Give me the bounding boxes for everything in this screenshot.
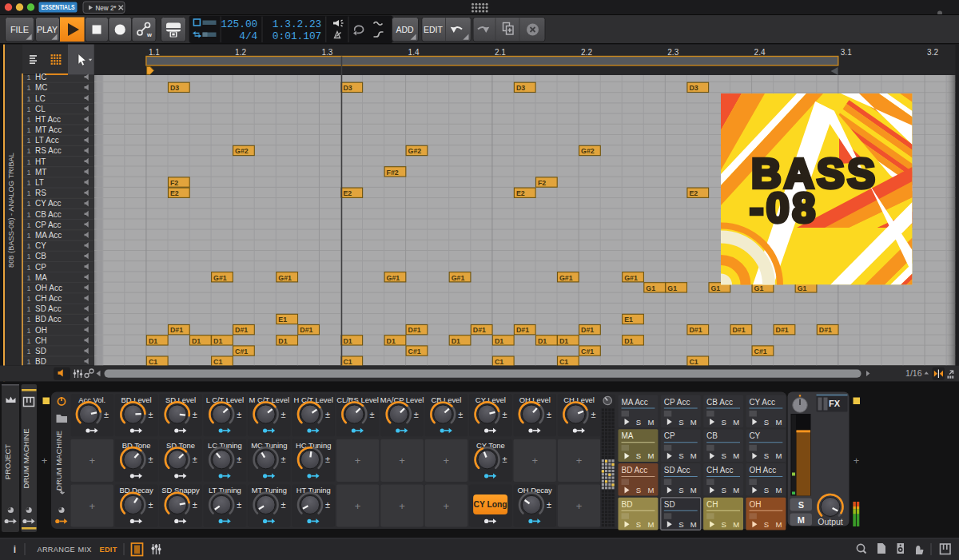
svg-text:1: 1 <box>26 105 30 113</box>
svg-text:EDIT: EDIT <box>424 25 444 34</box>
svg-text:G1: G1 <box>754 284 764 292</box>
svg-text:CH: CH <box>35 336 46 345</box>
svg-text:1: 1 <box>26 211 30 219</box>
svg-text:CH Acc: CH Acc <box>35 294 62 303</box>
svg-text:+: + <box>531 455 538 467</box>
svg-text:CY: CY <box>35 241 46 250</box>
svg-text:C1: C1 <box>343 358 352 366</box>
svg-text:MA: MA <box>622 431 634 440</box>
svg-text:FX: FX <box>829 399 841 408</box>
svg-text:±: ± <box>325 455 330 464</box>
svg-text:LT Acc: LT Acc <box>35 136 59 145</box>
svg-text:D#1: D#1 <box>776 326 789 334</box>
svg-text:1: 1 <box>26 147 30 155</box>
svg-text:C1: C1 <box>495 358 503 366</box>
svg-text:D3: D3 <box>516 84 525 92</box>
svg-text:+: + <box>444 455 450 467</box>
svg-text:1: 1 <box>26 242 30 250</box>
svg-text:E2: E2 <box>689 189 698 197</box>
svg-text:CP Acc: CP Acc <box>664 398 690 407</box>
svg-text:S: S <box>678 451 683 460</box>
svg-text:S: S <box>764 520 769 529</box>
svg-text:G#1: G#1 <box>559 274 573 282</box>
svg-text:2.2: 2.2 <box>581 48 592 57</box>
svg-text:M: M <box>648 418 655 427</box>
svg-text:1: 1 <box>26 316 30 324</box>
svg-text:MA Acc: MA Acc <box>622 398 648 407</box>
svg-text:±: ± <box>237 455 241 464</box>
svg-text:1: 1 <box>26 252 30 260</box>
svg-text:G1: G1 <box>646 284 655 292</box>
svg-text:1: 1 <box>26 126 30 134</box>
svg-text:1: 1 <box>26 358 30 366</box>
svg-text:C#1: C#1 <box>581 348 594 355</box>
svg-text:±: ± <box>104 410 109 419</box>
svg-text:M: M <box>733 486 739 494</box>
svg-text:±: ± <box>281 500 286 510</box>
svg-text:w: w <box>146 31 152 38</box>
svg-text:M: M <box>648 451 655 460</box>
svg-text:E2: E2 <box>516 189 525 197</box>
svg-text:SD: SD <box>664 500 675 509</box>
svg-text:HC: HC <box>35 73 46 81</box>
svg-text:MC: MC <box>35 83 48 92</box>
svg-text:CB: CB <box>35 252 46 260</box>
svg-text:CP Acc: CP Acc <box>35 220 62 229</box>
svg-text:CY: CY <box>749 431 760 440</box>
svg-text:D1: D1 <box>192 337 201 345</box>
svg-text:D3: D3 <box>689 84 698 92</box>
svg-text:D#1: D#1 <box>516 326 529 334</box>
svg-text:4/4: 4/4 <box>239 30 257 42</box>
svg-text:D#1: D#1 <box>581 326 594 334</box>
svg-text:OH: OH <box>749 500 761 509</box>
svg-text:G#2: G#2 <box>581 147 595 155</box>
svg-text:SD: SD <box>35 347 46 355</box>
svg-text:±: ± <box>281 455 286 464</box>
svg-text:D3: D3 <box>343 84 352 92</box>
svg-text:SD Acc: SD Acc <box>664 466 690 475</box>
svg-text:D1: D1 <box>559 337 568 345</box>
svg-text:1: 1 <box>26 73 30 81</box>
svg-text:C1: C1 <box>559 358 568 366</box>
svg-text:BD: BD <box>35 357 46 366</box>
svg-text:±: ± <box>281 410 286 419</box>
svg-text:±: ± <box>193 455 197 464</box>
svg-text:1: 1 <box>26 137 30 145</box>
svg-text:CB Acc: CB Acc <box>706 398 733 407</box>
svg-text:2.1: 2.1 <box>495 48 506 57</box>
svg-text:1: 1 <box>26 189 30 197</box>
svg-text:±: ± <box>503 410 507 419</box>
svg-text:M: M <box>775 451 782 460</box>
svg-text:M: M <box>690 451 697 460</box>
svg-text:LT: LT <box>35 178 44 187</box>
svg-text:1: 1 <box>26 274 30 282</box>
svg-text:G#1: G#1 <box>452 274 465 282</box>
svg-text:DRUM MACHINE: DRUM MACHINE <box>54 431 63 490</box>
svg-text:CY Acc: CY Acc <box>35 199 62 208</box>
svg-text:2.3: 2.3 <box>667 48 678 57</box>
svg-text:M: M <box>690 418 697 427</box>
svg-text:OH Acc: OH Acc <box>749 466 776 475</box>
svg-text:i: i <box>14 544 16 555</box>
svg-text:+: + <box>355 455 361 467</box>
svg-text:D3: D3 <box>170 84 179 92</box>
svg-text:125.00: 125.00 <box>221 18 257 30</box>
svg-text:S: S <box>764 486 769 494</box>
svg-text:HT: HT <box>35 157 46 166</box>
svg-text:C#1: C#1 <box>754 348 767 355</box>
svg-text:CB: CB <box>706 431 718 440</box>
svg-text:G#2: G#2 <box>235 147 249 155</box>
svg-text:OH Acc: OH Acc <box>35 284 62 292</box>
svg-text:±: ± <box>193 410 197 419</box>
svg-text:808 (BASS-08) - ANALOG TRIBAL: 808 (BASS-08) - ANALOG TRIBAL <box>7 153 15 268</box>
svg-text:CP: CP <box>664 431 675 440</box>
svg-text:C1: C1 <box>689 358 698 366</box>
svg-text:F2: F2 <box>170 179 178 187</box>
svg-text:F#2: F#2 <box>387 169 399 177</box>
svg-text:±: ± <box>503 455 507 464</box>
svg-text:D1: D1 <box>387 337 396 345</box>
svg-text:S: S <box>678 486 683 494</box>
svg-text:ESSENTIALS: ESSENTIALS <box>42 3 75 11</box>
svg-text:1: 1 <box>26 158 30 166</box>
svg-text:±: ± <box>193 500 197 510</box>
